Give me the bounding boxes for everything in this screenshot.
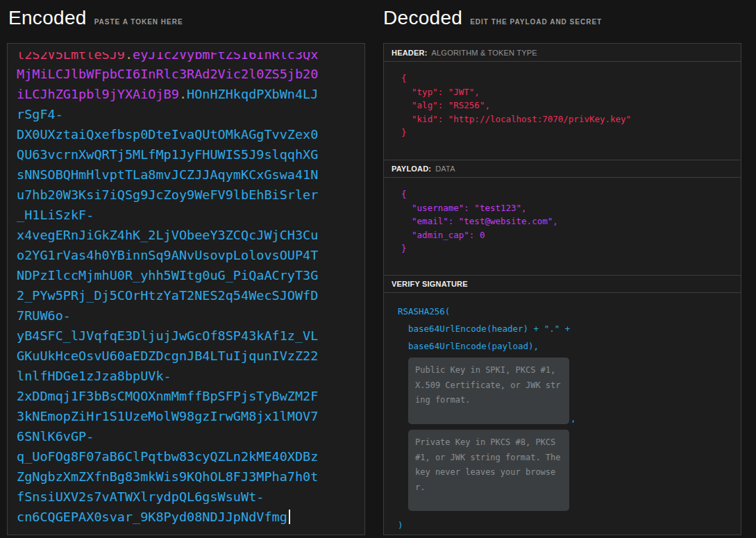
token-line: x4vegERnJiGkZ4hK_2LjVObeeY3ZCQcJWjCH3Cu	[17, 225, 356, 245]
token-segment-signature: DX0UXztaiQxefbsp0DteIvaQUtOMkAGgTvvZex0	[17, 127, 318, 142]
encoded-title: Encoded	[8, 7, 87, 29]
signature-fn-open: RSASHA256(	[398, 303, 741, 320]
token-segment-signature: yB4SFC_lJVqfqE3DljujJwGcOf8SP43kAf1z_VL	[17, 328, 318, 343]
token-dot-separator: .	[179, 87, 187, 101]
token-line: cn6CQGEPAX0svar_9K8Pyd08NDJJpNdVfmg	[17, 507, 356, 527]
token-segment-signature: rSgF4-	[17, 107, 63, 121]
token-line: lnlfHDGe1zJza8bpUVk-	[17, 366, 356, 386]
token-line: DX0UXztaiQxefbsp0DteIvaQUtOMkAGgTvvZex0	[17, 124, 356, 144]
payload-section-label: PAYLOAD:	[392, 165, 431, 173]
token-segment-signature: lnlfHDGe1zJza8bpUVk-	[17, 369, 171, 383]
token-segment-signature: q_UoFOg8F07aB6ClPqtbw83cyQZLn2kME40XDBz	[17, 449, 318, 464]
signature-fn-close: )	[398, 516, 741, 534]
token-line: 3kNEmopZiHr1S1UzeMolW98gzIrwGM8jx1lMOV7	[17, 406, 356, 426]
public-key-input[interactable]	[408, 358, 569, 424]
header-json-editor[interactable]: { "typ": "JWT", "alg": "RS256", "kid": "…	[384, 62, 741, 140]
token-segment-signature: 7RUW6o-	[17, 308, 71, 323]
token-line: _H1LiSzkF-	[17, 205, 356, 225]
token-first-line-clip: l2S2V5LmtleSJ9.eyJ1c2VybmFtZSI6InRlc3Qx	[17, 52, 356, 64]
token-segment-signature: fSnsiUXV2s7vATWXlrydpQL6gsWsuWt-	[17, 489, 264, 504]
token-segment-signature: 3kNEmopZiHr1S1UzeMolW98gzIrwGM8jx1lMOV7	[17, 409, 318, 423]
payload-section-strip: PAYLOAD: DATA	[384, 160, 741, 178]
header-section-strip: HEADER: ALGORITHM & TOKEN TYPE	[384, 44, 741, 62]
token-segment-signature: 2_PYw5PRj_Dj5COrHtzYaT2NES2q54WecSJOWfD	[17, 288, 318, 303]
verify-signature-label: VERIFY SIGNATURE	[392, 280, 468, 288]
jwt-debugger-page: Encoded PASTE A TOKEN HERE Decoded EDIT …	[0, 0, 756, 538]
token-segment-signature: cn6CQGEPAX0svar_9K8Pyd08NDJJpNdVfmg	[17, 510, 287, 524]
token-line: rSgF4-	[17, 104, 356, 124]
signature-args-comma: ,	[571, 413, 576, 424]
text-caret	[289, 510, 290, 524]
decoded-box: HEADER: ALGORITHM & TOKEN TYPE { "typ": …	[383, 43, 741, 535]
token-line: l2S2V5LmtleSJ9.eyJ1c2VybmFtZSI6InRlc3Qx	[17, 52, 356, 64]
token-line: GKuUkHceOsvU60aEDZDcgnJB4LTuIjqunIVzZ22	[17, 346, 356, 366]
verify-signature-strip: VERIFY SIGNATURE	[384, 275, 741, 293]
token-line: sNNSOBQHmHlvptTLa8mvJCZJJAqymKCxGswa41N	[17, 165, 356, 185]
token-segment-signature: 6SNlK6vGP-	[17, 429, 94, 444]
signature-arg-header: base64UrlEncode(header) + "." +	[408, 320, 741, 337]
token-line: o2YG1rVas4h0YBinnSq9ANvUsovpLolovsOUP4T	[17, 245, 356, 265]
decoded-title: Decoded	[383, 7, 462, 29]
token-segment-signature: _H1LiSzkF-	[17, 208, 94, 222]
payload-section-sublabel: DATA	[435, 165, 455, 173]
header-json-section: { "typ": "JWT", "alg": "RS256", "kid": "…	[384, 62, 741, 160]
token-line: u7hb20W3Ksi7iQSg9JcZoy9WeFV9lbEhBiSrler	[17, 185, 356, 205]
verify-signature-section: RSASHA256( base64UrlEncode(header) + "."…	[384, 293, 741, 534]
token-segment-signature: NDPzIlccMjmhU0R_yhh5WItg0uG_PiQaACryT3G	[17, 268, 318, 283]
signature-arg-payload: base64UrlEncode(payload),	[408, 337, 741, 355]
token-segment-signature: x4vegERnJiGkZ4hK_2LjVObeeY3ZCQcJWjCH3Cu	[17, 228, 318, 242]
token-line: 7RUW6o-	[17, 305, 356, 326]
token-line: NDPzIlccMjmhU0R_yhh5WItg0uG_PiQaACryT3G	[17, 265, 356, 285]
token-line: fSnsiUXV2s7vATWXlrydpQL6gsWsuWt-	[17, 487, 356, 507]
header-section-label: HEADER:	[392, 49, 428, 57]
token-segment-payload: iLCJhZG1pbl9jYXAiOjB9	[17, 87, 179, 101]
encoded-token-editor[interactable]: l2S2V5LmtleSJ9.eyJ1c2VybmFtZSI6InRlc3QxM…	[17, 52, 356, 527]
header-section-sublabel: ALGORITHM & TOKEN TYPE	[432, 49, 537, 57]
decoded-panel-header: Decoded EDIT THE PAYLOAD AND SECRET	[383, 7, 602, 29]
token-segment-signature: o2YG1rVas4h0YBinnSq9ANvUsovpLolovsOUP4T	[17, 248, 318, 262]
token-line: q_UoFOg8F07aB6ClPqtbw83cyQZLn2kME40XDBz	[17, 446, 356, 466]
token-line: 2xDDmqj1F3bBsCMQOXnmMmffBpSFPjsTyBwZM2F	[17, 386, 356, 406]
token-line: ZgNgbzXmZXfnBg83mkWis9KQhOL8FJ3MPha7h0t	[17, 466, 356, 487]
encoded-subtitle: PASTE A TOKEN HERE	[94, 18, 183, 26]
token-segment-payload: eyJ1c2VybmFtZSI6InRlc3Qx	[133, 52, 318, 62]
token-line: 2_PYw5PRj_Dj5COrHtzYaT2NES2q54WecSJOWfD	[17, 285, 356, 305]
token-line: 6SNlK6vGP-	[17, 426, 356, 446]
token-line: yB4SFC_lJVqfqE3DljujJwGcOf8SP43kAf1z_VL	[17, 326, 356, 346]
decoded-subtitle: EDIT THE PAYLOAD AND SECRET	[470, 18, 602, 26]
token-segment-signature: GKuUkHceOsvU60aEDZDcgnJB4LTuIjqunIVzZ22	[17, 348, 318, 363]
token-segment-signature: 2xDDmqj1F3bBsCMQOXnmMmffBpSFPjsTyBwZM2F	[17, 389, 318, 403]
payload-json-section: { "username": "test123", "email": "test@…	[384, 178, 741, 275]
token-dot-separator: .	[125, 52, 133, 62]
token-line: QU63vcrnXwQRTj5MLfMp1JyFHUWIS5J9slqqhXG	[17, 144, 356, 165]
payload-json-editor[interactable]: { "username": "test123", "email": "test@…	[384, 178, 741, 255]
token-line: MjMiLCJlbWFpbCI6InRlc3RAd2Vic2l0ZS5jb20	[17, 64, 356, 84]
token-segment-signature: u7hb20W3Ksi7iQSg9JcZoy9WeFV9lbEhBiSrler	[17, 187, 318, 202]
encoded-panel-header: Encoded PASTE A TOKEN HERE	[8, 7, 183, 29]
encoded-token-box[interactable]: l2S2V5LmtleSJ9.eyJ1c2VybmFtZSI6InRlc3QxM…	[7, 43, 365, 535]
private-key-input[interactable]	[408, 430, 569, 511]
token-segment-signature: ZgNgbzXmZXfnBg83mkWis9KQhOL8FJ3MPha7h0t	[17, 469, 318, 484]
token-segment-header: l2S2V5LmtleSJ9	[17, 52, 125, 62]
token-segment-payload: MjMiLCJlbWFpbCI6InRlc3RAd2Vic2l0ZS5jb20	[17, 67, 318, 81]
token-line: iLCJhZG1pbl9jYXAiOjB9.HOnHZHkqdPXbWn4LJ	[17, 84, 356, 104]
token-segment-signature: QU63vcrnXwQRTj5MLfMp1JyFHUWIS5J9slqqhXG	[17, 147, 318, 162]
token-segment-signature: sNNSOBQHmHlvptTLa8mvJCZJJAqymKCxGswa41N	[17, 167, 318, 182]
token-segment-signature: HOnHZHkqdPXbWn4LJ	[187, 87, 318, 101]
